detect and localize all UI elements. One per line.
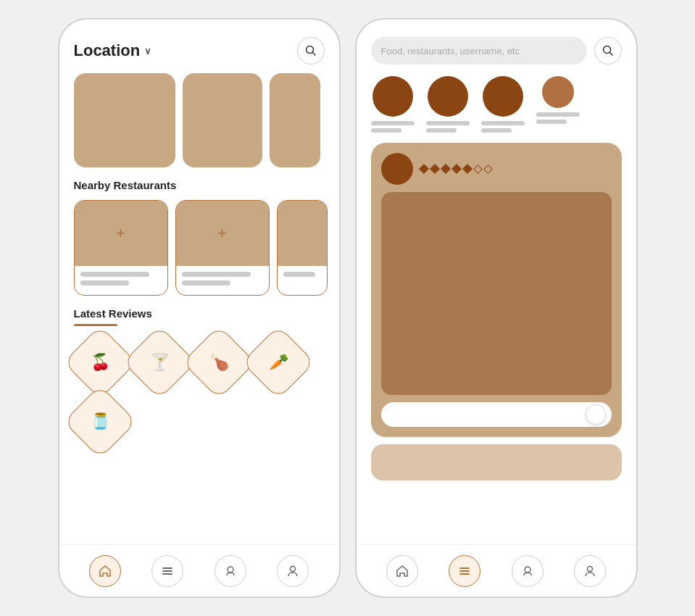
svg-rect-10 [459,570,470,572]
svg-point-13 [588,566,593,571]
svg-line-1 [312,53,315,56]
banner-card-1[interactable] [74,73,175,167]
svg-rect-2 [162,567,172,569]
search-button-right[interactable] [594,37,622,64]
left-phone: Location ∨ Nearby Restaurants [58,18,341,598]
story-3[interactable] [481,76,525,133]
dot-7 [483,165,493,174]
search-icon [305,45,317,57]
banner-card-3[interactable] [270,73,320,167]
dot-6 [473,165,483,174]
restaurant-card-3[interactable] [277,200,328,296]
chef-icon-right [520,564,535,578]
big-card [371,143,622,437]
story-line [481,128,512,133]
drinks-icon: 🍸 [149,353,169,372]
search-icon-right [602,45,614,57]
nav-home-right[interactable] [386,555,418,587]
nav-home-left[interactable] [89,555,121,587]
location-title: Location ∨ [74,41,152,60]
story-line [536,112,580,117]
nav-chef-right[interactable] [512,555,544,587]
banner-card-2[interactable] [183,73,262,167]
left-header: Location ∨ [59,20,339,73]
plus-icon-1: + [116,224,125,243]
restaurant-card-footer-1 [75,266,167,295]
big-card-avatar [381,153,413,185]
chevron-down-icon: ∨ [144,46,151,57]
story-line [371,128,401,133]
cat-fruits[interactable]: 🍒 [63,325,137,399]
chicken-icon: 🍗 [209,353,228,372]
location-label: Location [74,41,141,60]
right-header: Food, restaurants, username, etc [357,20,636,73]
nav-list-right[interactable] [449,555,480,587]
restaurant-card-1[interactable]: + [74,200,168,296]
cat-jar[interactable]: 🫙 [63,385,137,459]
restaurant-row: + + [59,200,339,307]
bottom-nav-right [357,544,636,596]
story-2[interactable] [426,76,470,133]
big-card-header [381,153,612,185]
profile-icon-right [583,564,597,578]
restaurant-card-footer-2 [176,266,269,295]
stories-row [357,73,636,143]
home-icon-right [395,564,409,578]
plus-icon-2: + [217,224,227,243]
cat-vegetables[interactable]: 🥕 [241,325,315,399]
dot-5 [462,164,472,174]
category-grid: 🍒 🍸 🍗 🥕 🫙 [59,336,339,448]
search-bar-right[interactable]: Food, restaurants, username, etc [371,37,587,64]
big-card-slider[interactable] [381,402,612,427]
reviews-underline [74,324,117,326]
home-icon [98,564,112,578]
story-lines-1 [371,121,415,133]
banner-row [59,73,339,179]
nav-list-left[interactable] [151,555,183,587]
svg-rect-3 [162,570,172,572]
nearby-label: Nearby Restaurants [59,179,339,200]
slider-thumb[interactable] [586,404,606,425]
search-placeholder: Food, restaurants, username, etc [381,46,520,57]
story-lines-4 [536,112,580,124]
story-1[interactable] [371,76,415,133]
story-avatar-2 [428,76,468,117]
search-button[interactable] [297,37,325,64]
mini-card-strip [371,444,622,480]
story-avatar-4 [542,76,574,108]
dot-4 [451,164,461,174]
nav-chef-left[interactable] [215,555,246,587]
svg-line-8 [609,53,612,56]
profile-icon [286,564,300,578]
bottom-nav-left [59,544,339,596]
card-line [182,272,251,277]
cat-chicken[interactable]: 🍗 [182,325,256,399]
card-line [283,272,315,277]
restaurant-card-img-1: + [75,201,167,266]
reviews-label: Latest Reviews [59,307,339,324]
story-line [481,121,525,125]
cat-drinks[interactable]: 🍸 [122,325,196,399]
restaurant-card-2[interactable]: + [175,200,270,296]
svg-point-12 [525,567,530,573]
story-lines-3 [481,121,525,133]
restaurant-card-img-3 [278,201,327,266]
dot-1 [418,164,428,174]
story-lines-2 [426,121,470,133]
story-line [426,121,470,125]
svg-point-6 [291,566,296,571]
vegetables-icon: 🥕 [268,353,288,372]
story-4[interactable] [536,76,580,133]
dot-3 [440,164,450,174]
story-avatar-3 [483,76,523,117]
chef-icon [223,564,238,578]
jar-icon: 🫙 [90,412,109,431]
nav-profile-left[interactable] [277,555,309,587]
card-line [182,280,230,286]
nav-profile-right[interactable] [574,555,606,587]
list-icon [160,564,175,578]
list-icon-right [457,564,472,578]
svg-rect-11 [459,573,470,575]
svg-rect-4 [162,573,172,575]
restaurant-card-footer-3 [278,266,327,286]
